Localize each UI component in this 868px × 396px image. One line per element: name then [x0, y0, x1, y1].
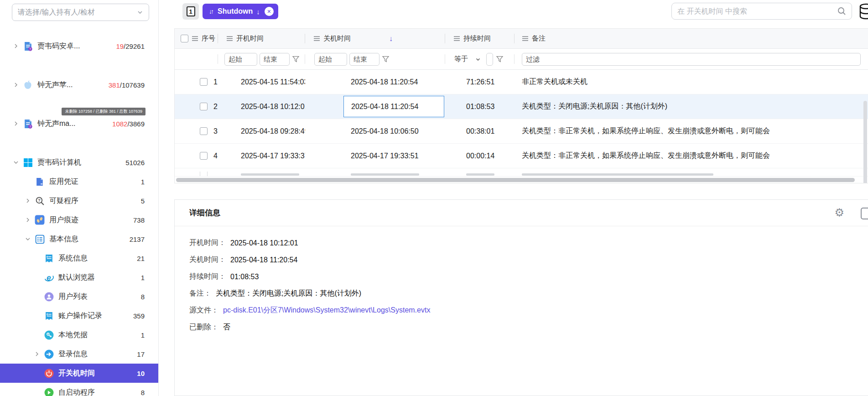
chevron-placeholder: [24, 177, 32, 186]
shutdown-end-filter-input[interactable]: [349, 53, 379, 66]
note-filter-input[interactable]: [522, 53, 861, 66]
select-all-checkbox[interactable]: [181, 35, 188, 42]
database-icon[interactable]: [858, 3, 868, 21]
doc-question-icon: ?: [23, 41, 33, 51]
filter-cell-duration: 等于: [445, 49, 515, 69]
column-menu-icon[interactable]: [522, 36, 529, 42]
row-checkbox[interactable]: [200, 103, 208, 110]
shutdown-time-cell[interactable]: 2025-04-18 11:20:54: [305, 70, 445, 94]
duration-cell[interactable]: 00:38:01: [445, 119, 515, 143]
user-icon: [44, 292, 54, 302]
item-count: 8: [141, 293, 158, 301]
sidebar-item-computer-evidence[interactable]: 贾韦码计算机 51026: [0, 153, 158, 172]
sidebar-item-autostart-programs[interactable]: 自启动程序 8: [0, 383, 158, 396]
sidebar-item-login-info[interactable]: 登录信息 17: [0, 344, 158, 364]
sidebar-item-default-browser[interactable]: e 默认浏览器 1: [0, 268, 158, 287]
row-checkbox[interactable]: [200, 152, 208, 160]
selected-cell[interactable]: 2025-04-18 11:20:54: [343, 96, 444, 117]
shutdown-start-filter-input[interactable]: [314, 53, 347, 66]
search-icon[interactable]: [837, 7, 846, 16]
page-1-button[interactable]: 1: [182, 3, 199, 20]
shutdown-time-cell[interactable]: 2025-04-18 10:06:50: [305, 119, 445, 143]
table-row[interactable]: 4 2025-04-17 19:33:37 2025-04-17 19:33:5…: [175, 144, 868, 168]
funnel-icon[interactable]: [382, 55, 390, 63]
shutdown-time-cell[interactable]: 2025-04-17 19:33:51: [305, 144, 445, 168]
chevron-right-icon[interactable]: [12, 42, 20, 50]
shutdown-time-cell[interactable]: 2025-04-18 11:20:54: [305, 94, 445, 119]
column-menu-icon[interactable]: [313, 36, 320, 42]
column-header-duration[interactable]: 持续时间: [445, 29, 515, 48]
chevron-placeholder: [33, 292, 41, 301]
sidebar-item-suspicious-programs[interactable]: ? 可疑程序 5: [0, 191, 158, 210]
duration-cell[interactable]: 00:00:14: [445, 144, 515, 168]
boot-time-cell[interactable]: 2025-04-15 11:54:03: [218, 70, 305, 94]
remove-filter-icon[interactable]: ✕: [265, 7, 274, 16]
sort-descending-icon[interactable]: ↓: [389, 35, 393, 43]
column-menu-icon[interactable]: [226, 36, 233, 42]
sidebar-item-account-operation-log[interactable]: 账户操作记录 359: [0, 306, 158, 325]
sidebar-item-user-traces[interactable]: 用户痕迹 738: [0, 210, 158, 229]
sidebar-item-mac-evidence[interactable]: ? 钟无声ma... 1082/3869: [0, 114, 158, 133]
boot-time-cell[interactable]: 2025-04-18 10:12:01: [218, 94, 305, 119]
chevron-right-icon[interactable]: [12, 81, 20, 89]
boot-end-filter-input[interactable]: [260, 53, 290, 66]
table-row[interactable]: 3 2025-04-18 09:28:49 2025-04-18 10:06:5…: [175, 119, 868, 144]
search-input[interactable]: [677, 7, 837, 16]
row-checkbox[interactable]: [200, 127, 208, 135]
sort-arrows-icon: ↓↑: [209, 8, 214, 15]
column-header-shutdown-time[interactable]: 关机时间 ↓: [305, 29, 445, 48]
sidebar-item-power-on-off-time[interactable]: 开关机时间 10: [0, 364, 158, 383]
table-header-row: 序号 开机时间 关机时间 ↓ 持续时间 备注: [175, 29, 868, 49]
chevron-right-icon[interactable]: [33, 350, 41, 358]
clipped-row: [175, 168, 868, 177]
settings-gear-icon[interactable]: ⚙: [834, 207, 844, 218]
column-header-boot-time[interactable]: 开机时间: [218, 29, 305, 48]
chevron-down-icon[interactable]: [12, 158, 20, 167]
sidebar-item-apple-evidence[interactable]: 钟无声苹... 381/107639: [0, 75, 158, 94]
chevron-down-icon[interactable]: [24, 235, 32, 243]
chevron-right-icon[interactable]: [24, 197, 32, 205]
boot-start-filter-input[interactable]: [224, 53, 257, 66]
duration-operator-select[interactable]: 等于: [450, 53, 483, 66]
vertical-scrollbar[interactable]: [863, 101, 867, 183]
svg-text:?: ?: [38, 198, 41, 203]
sidebar-item-user-list[interactable]: 用户列表 8: [0, 287, 158, 306]
column-header-seq[interactable]: 序号: [175, 29, 218, 48]
sidebar-item-app-credentials[interactable]: 应用凭证 1: [0, 172, 158, 191]
chevron-right-icon[interactable]: [24, 216, 32, 224]
duration-value-filter-input[interactable]: [486, 53, 493, 66]
duration-cell[interactable]: 01:08:53: [445, 94, 515, 119]
detail-panel-header: 详细信息 ⚙: [175, 200, 868, 226]
boot-time-cell[interactable]: 2025-04-18 09:28:49: [218, 119, 305, 143]
note-cell[interactable]: 非正常关机或未关机: [515, 70, 868, 94]
funnel-icon[interactable]: [292, 55, 300, 63]
chevron-placeholder: [33, 369, 41, 377]
table-row[interactable]: 1 2025-04-15 11:54:03 2025-04-18 11:20:5…: [175, 70, 868, 94]
detail-field-source-file: 源文件： pc-disk.E01\分区7\Windows\System32\wi…: [189, 302, 853, 319]
duration-cell[interactable]: 71:26:51: [445, 70, 515, 94]
funnel-icon[interactable]: [496, 55, 504, 63]
login-arrow-icon: [44, 349, 54, 359]
svg-text:?: ?: [29, 47, 31, 50]
source-file-link[interactable]: pc-disk.E01\分区7\Windows\System32\winevt\…: [223, 306, 430, 315]
column-header-note[interactable]: 备注: [515, 29, 868, 48]
owner-select[interactable]: 请选择/输入持有人/检材: [12, 4, 149, 21]
sidebar-item-basic-info[interactable]: 基本信息 2137: [0, 229, 158, 249]
note-cell[interactable]: 关机类型：非正常关机，如果系统停止响应、发生崩溃或意外断电，则可能会: [515, 144, 868, 168]
note-cell[interactable]: 关机类型：非正常关机，如果系统停止响应、发生崩溃或意外断电，则可能会: [515, 119, 868, 143]
row-checkbox[interactable]: [200, 78, 208, 86]
chevron-right-icon[interactable]: [12, 120, 20, 128]
shutdown-filter-tag[interactable]: ↓↑ Shutdown ↓ ✕: [203, 4, 278, 19]
column-menu-icon[interactable]: [192, 36, 198, 42]
sidebar-item-local-credentials[interactable]: 本地凭据 1: [0, 325, 158, 344]
autostart-play-icon: [44, 387, 54, 396]
column-menu-icon[interactable]: [453, 36, 460, 42]
horizontal-scrollbar[interactable]: [176, 178, 862, 182]
app-credential-icon: [35, 177, 45, 187]
sidebar-item-system-info[interactable]: 系统信息 21: [0, 249, 158, 268]
sidebar-item-android-evidence[interactable]: ? 贾韦码安卓... 19/29261: [0, 36, 158, 56]
boot-time-cell[interactable]: 2025-04-17 19:33:37: [218, 144, 305, 168]
table-row-selected[interactable]: 2 2025-04-18 10:12:01 2025-04-18 11:20:5…: [175, 94, 868, 119]
panel-toggle-icon[interactable]: [861, 208, 868, 219]
note-cell[interactable]: 关机类型：关闭电源;关机原因：其他(计划外): [515, 94, 868, 119]
